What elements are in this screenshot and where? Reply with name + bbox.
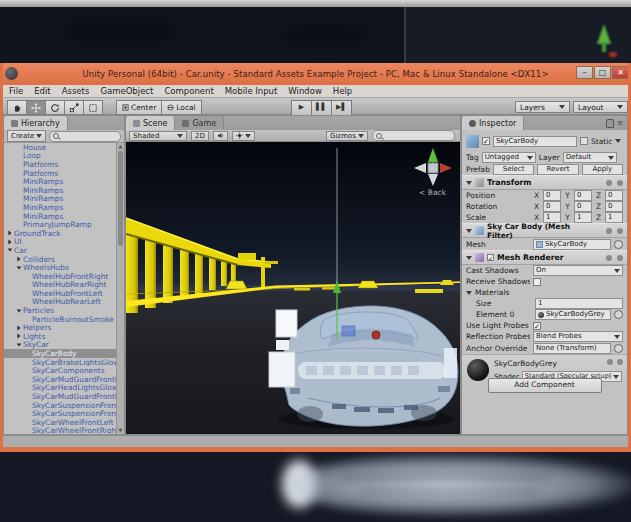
scroll-up-icon[interactable]: ▲ xyxy=(118,144,123,149)
anchor-override-field[interactable]: None (Transform) xyxy=(533,343,611,354)
layer-dropdown[interactable]: Default xyxy=(563,152,617,163)
gizmo-center-cube[interactable] xyxy=(428,163,438,173)
menu-mobile-input[interactable]: Mobile Input xyxy=(225,86,278,96)
layers-dropdown[interactable]: Layers xyxy=(515,101,570,113)
menu-component[interactable]: Component xyxy=(164,86,213,96)
foldout-down-icon[interactable] xyxy=(15,343,23,347)
materials-foldout-icon[interactable] xyxy=(466,291,472,295)
active-checkbox[interactable]: ✓ xyxy=(482,137,490,145)
gear-icon[interactable] xyxy=(617,255,623,261)
gameobject-name-field[interactable]: SkyCarBody xyxy=(493,136,577,147)
hierarchy-item-WheelHubRearLeft[interactable]: WheelHubRearLeft xyxy=(4,298,117,307)
cast-shadows-dropdown[interactable]: On xyxy=(533,265,623,276)
play-button[interactable]: ▶ xyxy=(291,100,312,116)
hierarchy-item-House[interactable]: House xyxy=(4,143,117,152)
menu-window[interactable]: Window xyxy=(288,86,322,96)
foldout-down-icon[interactable] xyxy=(15,266,23,270)
scale-tool-button[interactable] xyxy=(64,100,84,115)
hierarchy-item-MiniRamps[interactable]: MiniRamps xyxy=(4,203,117,212)
hierarchy-item-UI[interactable]: UI xyxy=(4,238,117,247)
rotation-z-field[interactable]: 0 xyxy=(605,201,623,212)
close-button[interactable]: ✕ xyxy=(612,66,629,79)
scale-z-field[interactable]: 1 xyxy=(605,212,623,223)
2d-toggle-button[interactable]: 2D xyxy=(191,131,209,141)
hierarchy-item-SkyCarSuspensionFrontRight[interactable]: SkyCarSuspensionFrontRight xyxy=(4,409,117,418)
hierarchy-item-Particles[interactable]: Particles xyxy=(4,306,117,315)
gizmos-dropdown[interactable]: Gizmos xyxy=(326,131,368,141)
hierarchy-item-Car[interactable]: Car xyxy=(4,246,117,255)
tab-scene[interactable]: Scene xyxy=(126,116,175,130)
component-enabled-checkbox[interactable]: ✓ xyxy=(487,254,494,261)
step-button[interactable]: ▶▌ xyxy=(331,100,352,116)
light-probes-checkbox[interactable]: ✓ xyxy=(533,322,541,330)
panel-menu-icon[interactable]: ≡ xyxy=(617,119,623,127)
shading-mode-dropdown[interactable]: Shaded xyxy=(129,131,187,141)
rotation-y-field[interactable]: 0 xyxy=(574,201,592,212)
gear-icon[interactable] xyxy=(617,359,623,365)
preset-icon[interactable] xyxy=(606,180,612,186)
hierarchy-item-SkyCarMudGuardFrontLeft[interactable]: SkyCarMudGuardFrontLeft xyxy=(4,392,117,401)
scene-viewport[interactable]: < Back xyxy=(126,142,460,434)
space-mode-button[interactable]: Local xyxy=(161,100,201,115)
tag-dropdown[interactable]: Untagged xyxy=(482,152,536,163)
hierarchy-item-MiniRamps[interactable]: MiniRamps xyxy=(4,177,117,186)
hierarchy-item-Loop[interactable]: Loop xyxy=(4,152,117,161)
hierarchy-item-SkyCarWheelFrontLeft[interactable]: SkyCarWheelFrontLeft xyxy=(4,418,117,427)
object-picker-icon[interactable] xyxy=(614,240,623,249)
tab-inspector[interactable]: Inspector xyxy=(462,116,524,130)
foldout-right-icon[interactable] xyxy=(15,325,23,331)
hierarchy-item-SkyCarWheelFrontRight[interactable]: SkyCarWheelFrontRight xyxy=(4,427,117,434)
hierarchy-item-WheelHubFrontLeft[interactable]: WheelHubFrontLeft xyxy=(4,289,117,298)
hierarchy-item-ParticleBurnoutSmoke[interactable]: ParticleBurnoutSmoke xyxy=(4,315,117,324)
preset-icon[interactable] xyxy=(606,228,612,234)
hand-tool-button[interactable] xyxy=(7,100,27,115)
pause-button[interactable]: ▌▌ xyxy=(311,100,332,116)
foldout-right-icon[interactable] xyxy=(6,230,14,236)
hierarchy-item-GroundTrack[interactable]: GroundTrack xyxy=(4,229,117,238)
position-x-field[interactable]: 0 xyxy=(543,190,561,201)
foldout-open-icon[interactable] xyxy=(466,229,472,233)
tab-game[interactable]: Game xyxy=(175,116,224,130)
object-picker-icon[interactable] xyxy=(614,310,623,319)
foldout-open-icon[interactable] xyxy=(466,181,472,185)
scene-search-input[interactable] xyxy=(372,130,455,141)
hierarchy-item-SkyCarBody[interactable]: SkyCarBody xyxy=(4,349,117,358)
hierarchy-item-Platforms[interactable]: Platforms xyxy=(4,169,117,178)
foldout-right-icon[interactable] xyxy=(6,239,14,245)
prefab-revert-button[interactable]: Revert xyxy=(537,164,578,175)
mesh-filter-component-header[interactable]: Sky Car Body (Mesh Filter) xyxy=(462,223,627,238)
hierarchy-search-input[interactable] xyxy=(49,131,121,142)
mesh-renderer-component-header[interactable]: ✓ Mesh Renderer xyxy=(462,250,627,265)
hierarchy-item-SkyCarComponents[interactable]: SkyCarComponents xyxy=(4,366,117,375)
audio-toggle-button[interactable] xyxy=(213,131,228,141)
add-component-button[interactable]: Add Component xyxy=(488,378,602,393)
gear-icon[interactable] xyxy=(617,228,623,234)
hierarchy-item-WheelHubRearRight[interactable]: WheelHubRearRight xyxy=(4,281,117,290)
pivot-mode-button[interactable]: Center xyxy=(116,100,162,115)
hierarchy-scrollbar[interactable]: ▲ ▼ xyxy=(116,143,124,434)
materials-size-field[interactable]: 1 xyxy=(535,298,623,309)
hierarchy-item-PrimaryJumpRamp[interactable]: PrimaryJumpRamp xyxy=(4,220,117,229)
hierarchy-item-MiniRamps[interactable]: MiniRamps xyxy=(4,195,117,204)
static-checkbox[interactable] xyxy=(580,137,588,145)
hierarchy-item-MiniRamps[interactable]: MiniRamps xyxy=(4,186,117,195)
hierarchy-item-SkyCarSuspensionFrontLeft[interactable]: SkyCarSuspensionFrontLeft xyxy=(4,401,117,410)
foldout-down-icon[interactable] xyxy=(6,248,14,252)
gear-icon[interactable] xyxy=(617,180,623,186)
scrollbar-thumb[interactable] xyxy=(118,151,123,246)
foldout-right-icon[interactable] xyxy=(15,333,23,339)
receive-shadows-checkbox[interactable] xyxy=(533,278,541,286)
transform-component-header[interactable]: Transform xyxy=(462,175,627,190)
chevron-down-icon[interactable] xyxy=(615,139,621,143)
menu-edit[interactable]: Edit xyxy=(34,86,50,96)
position-z-field[interactable]: 0 xyxy=(605,190,623,201)
rotation-x-field[interactable]: 0 xyxy=(543,201,561,212)
lock-icon[interactable] xyxy=(606,119,614,128)
foldout-down-icon[interactable] xyxy=(15,309,23,313)
hierarchy-item-Helpers[interactable]: Helpers xyxy=(4,323,117,332)
tab-hierarchy[interactable]: Hierarchy xyxy=(4,116,68,130)
minimize-button[interactable]: – xyxy=(576,66,593,79)
maximize-button[interactable]: □ xyxy=(594,66,611,79)
preset-icon[interactable] xyxy=(606,255,612,261)
hierarchy-item-SkyCarMudGuardFrontRight[interactable]: SkyCarMudGuardFrontRight xyxy=(4,375,117,384)
